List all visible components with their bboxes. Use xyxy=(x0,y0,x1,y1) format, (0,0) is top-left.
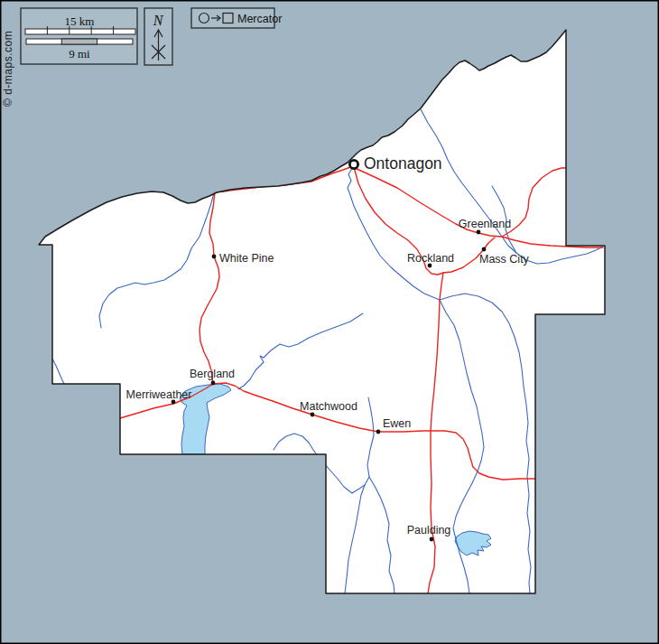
town-marker-ewen xyxy=(376,430,381,434)
projection-label: Mercator xyxy=(237,13,282,25)
town-label-ontonagon: Ontonagon xyxy=(364,154,442,173)
scale-box: 15 km 9 mi xyxy=(21,8,137,64)
town-marker-paulding xyxy=(430,537,434,542)
town-marker-matchwood xyxy=(311,413,315,417)
town-marker-ontonagon xyxy=(349,160,357,168)
town-label-matchwood: Matchwood xyxy=(300,400,357,413)
copyright-credit: © d-maps.com xyxy=(2,31,14,107)
north-arrow: N xyxy=(144,8,172,65)
scale-km-label: 15 km xyxy=(65,14,95,28)
town-marker-mass-city xyxy=(482,247,487,252)
town-marker-greenland xyxy=(477,230,481,235)
town-label-merriweather: Merriweather xyxy=(126,388,192,401)
town-marker-white-pine xyxy=(212,255,217,259)
town-label-white-pine: White Pine xyxy=(219,252,274,265)
map-stage: Ontonagon White Pine Greenland Mass City… xyxy=(0,0,659,644)
town-label-paulding: Paulding xyxy=(407,524,451,537)
town-label-greenland: Greenland xyxy=(459,218,511,230)
town-label-bergland: Bergland xyxy=(190,368,235,380)
scale-bar-mi xyxy=(26,39,133,44)
projection-box: Mercator xyxy=(191,8,282,28)
town-label-rockland: Rockland xyxy=(407,252,454,265)
town-marker-bergland xyxy=(211,381,216,386)
town-label-ewen: Ewen xyxy=(383,417,411,430)
town-label-mass-city: Mass City xyxy=(479,253,530,266)
county-map: Ontonagon White Pine Greenland Mass City… xyxy=(0,0,659,644)
north-label: N xyxy=(153,13,164,28)
scale-mi-label: 9 mi xyxy=(69,47,90,61)
